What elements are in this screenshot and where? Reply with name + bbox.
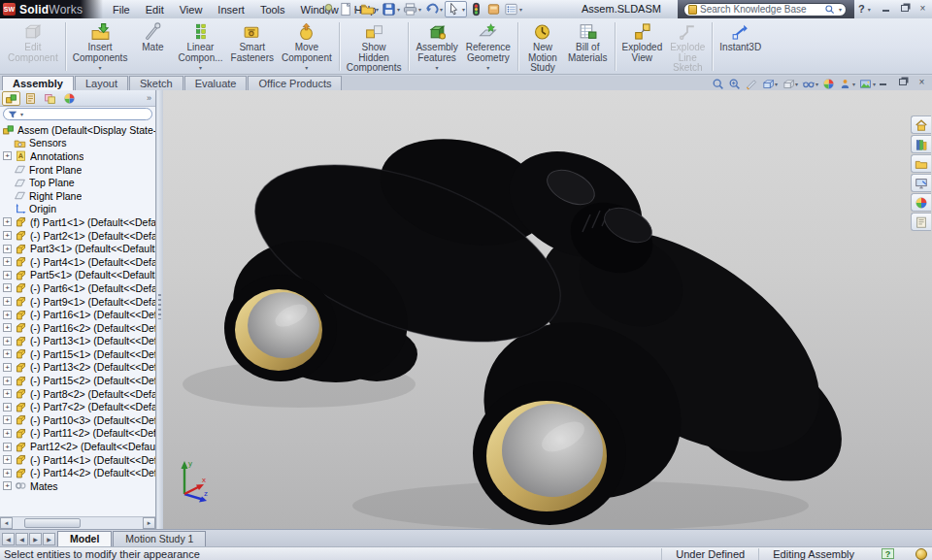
tab-layout[interactable]: Layout xyxy=(75,76,128,90)
ribbon-insert-components-button[interactable]: InsertComponents▾ xyxy=(69,20,132,73)
help-dropdown-caret[interactable]: ▾ xyxy=(868,6,871,13)
ribbon-linear-pattern-button[interactable]: LinearCompon...▾ xyxy=(174,20,226,73)
ribbon-instant3d-button[interactable]: Instant3D xyxy=(716,20,765,73)
save-dropdown-caret[interactable]: ▾ xyxy=(397,6,400,13)
scroll-right-arrow[interactable]: ▸ xyxy=(143,517,155,529)
tree-item[interactable]: +(-) Part14<1> (Default<<Defaul xyxy=(0,453,155,467)
print-dropdown-caret[interactable]: ▾ xyxy=(418,6,421,13)
gold-sphere-icon[interactable] xyxy=(915,548,927,560)
panel-tab-displaymanager[interactable] xyxy=(60,91,79,106)
taskpane-design-library[interactable] xyxy=(911,135,931,153)
binoculars-model[interactable] xyxy=(163,90,911,529)
quick-tips-icon[interactable]: ? xyxy=(882,548,894,559)
taskpane-appearances-scenes[interactable] xyxy=(911,193,931,212)
panel-tab-configurationmanager[interactable] xyxy=(41,91,59,106)
display-style-button[interactable]: ▾ xyxy=(782,78,798,90)
tree-expander[interactable]: + xyxy=(3,481,12,490)
rebuild-button[interactable] xyxy=(468,1,484,17)
tree-expander[interactable]: + xyxy=(3,443,12,451)
ribbon-assembly-features-button[interactable]: AssemblyFeatures▾ xyxy=(412,20,461,73)
section-view-button[interactable] xyxy=(745,78,757,90)
display-style-dropdown-caret[interactable]: ▾ xyxy=(795,81,798,87)
tree-item[interactable]: +(-) Part15<2> (Default<<Defaul xyxy=(0,374,155,387)
tree-expander[interactable]: + xyxy=(3,403,12,412)
menu-tools[interactable]: Tools xyxy=(252,3,293,16)
tree-item[interactable]: +Part3<1> (Default<<Default>_D xyxy=(0,242,155,255)
panel-tabs-overflow[interactable]: » xyxy=(147,93,153,103)
ribbon-exploded-view-button[interactable]: ExplodedView xyxy=(618,20,667,73)
tree-item[interactable]: +(-) Part8<2> (Default<<Default> xyxy=(0,387,155,401)
dock-tab-model[interactable]: Model xyxy=(57,531,112,546)
select-cursor-button[interactable]: ▾ xyxy=(445,1,467,17)
tree-item[interactable]: +(-) Part16<1> (Default<<Defaul xyxy=(0,308,155,321)
tab-evaluate[interactable]: Evaluate xyxy=(184,76,248,90)
tree-expander[interactable]: + xyxy=(3,311,12,319)
undo-button[interactable]: ▾ xyxy=(423,1,444,17)
doc-minimize-button[interactable] xyxy=(877,77,889,87)
view-orientation-dropdown-caret[interactable]: ▾ xyxy=(775,81,778,87)
tree-item[interactable]: +Mates xyxy=(0,479,155,493)
tree-expander[interactable]: + xyxy=(3,337,12,346)
new-doc-button[interactable]: ▾ xyxy=(338,1,358,17)
zoom-fit-button[interactable] xyxy=(712,78,724,90)
tree-item[interactable]: Right Plane xyxy=(0,189,155,203)
scene-dropdown-caret[interactable]: ▾ xyxy=(873,81,876,87)
save-button[interactable]: ▾ xyxy=(381,1,401,17)
ribbon-assembly-features-dropdown-caret[interactable]: ▾ xyxy=(436,64,439,71)
tree-item[interactable]: +(-) Part6<1> (Default<<Default> xyxy=(0,281,155,295)
view-orientation-button[interactable]: ▾ xyxy=(761,78,778,90)
tree-expander[interactable]: + xyxy=(3,271,12,280)
tree-item[interactable]: +(-) Part9<1> (Default<<Default> xyxy=(0,295,155,309)
tree-expander[interactable]: + xyxy=(3,429,12,438)
ribbon-mate-button[interactable]: Mate xyxy=(131,20,174,73)
tree-item[interactable]: +Part5<1> (Default<<Default>_D xyxy=(0,269,155,282)
dock-nav-0[interactable]: ◀ xyxy=(2,533,15,545)
tree-item[interactable]: Origin xyxy=(0,203,155,216)
appearances-dropdown-caret[interactable]: ▾ xyxy=(852,81,855,87)
tree-item[interactable]: Front Plane xyxy=(0,163,155,177)
tree-expander[interactable]: + xyxy=(3,257,12,266)
zoom-area-button[interactable] xyxy=(728,78,741,90)
tree-item[interactable]: +(-) Part16<2> (Default<<Defaul xyxy=(0,321,155,335)
appearances-button[interactable]: ▾ xyxy=(839,78,855,90)
tree-item[interactable]: +(-) Part4<1> (Default<<Default> xyxy=(0,255,155,269)
taskpane-view-palette[interactable] xyxy=(911,174,931,192)
hide-show-items-button[interactable]: ▾ xyxy=(802,78,818,90)
options-list-button[interactable]: ▾ xyxy=(503,1,523,17)
tree-expander[interactable]: + xyxy=(3,151,12,160)
search-icon[interactable] xyxy=(824,4,835,15)
panel-tab-propertymanager[interactable] xyxy=(21,91,40,106)
search-dropdown-caret[interactable]: ▾ xyxy=(839,6,842,13)
ribbon-move-component-button[interactable]: MoveComponent▾ xyxy=(278,20,336,73)
dock-nav-3[interactable]: ▶ xyxy=(43,533,55,545)
menu-edit[interactable]: Edit xyxy=(138,3,172,16)
tree-item[interactable]: +AAnnotations xyxy=(0,149,155,163)
tree-expander[interactable]: + xyxy=(3,469,12,478)
graphics-viewport[interactable]: y x z xyxy=(163,90,932,529)
help-icon[interactable]: ? xyxy=(858,3,865,15)
ribbon-reference-geometry-button[interactable]: ReferenceGeometry▾ xyxy=(462,20,515,73)
open-dropdown-caret[interactable]: ▾ xyxy=(376,6,379,13)
tree-item[interactable]: +(f) Part1<1> (Default<<Default> xyxy=(0,215,155,229)
tab-sketch[interactable]: Sketch xyxy=(129,76,183,90)
tree-expander[interactable]: + xyxy=(3,455,12,464)
dock-tab-motion-study-1[interactable]: Motion Study 1 xyxy=(113,531,206,546)
tree-filter-input[interactable]: ▾ xyxy=(3,108,152,120)
tree-expander[interactable]: + xyxy=(3,283,12,292)
tree-expander[interactable]: + xyxy=(3,377,12,385)
tree-item[interactable]: Assem (Default<Display State-1>) xyxy=(0,123,155,137)
dock-nav-1[interactable]: ◀ xyxy=(16,533,28,545)
menu-view[interactable]: View xyxy=(172,3,211,16)
restore-button[interactable] xyxy=(898,3,911,14)
ribbon-bill-of-materials-button[interactable]: Bill ofMaterials xyxy=(564,20,612,73)
ribbon-show-hidden-button[interactable]: ShowHiddenComponents xyxy=(343,20,406,73)
hide-show-items-dropdown-caret[interactable]: ▾ xyxy=(816,81,818,87)
tree-item[interactable]: +(-) Part13<1> (Default<<Defaul xyxy=(0,335,155,348)
menu-insert[interactable]: Insert xyxy=(210,3,252,16)
tab-office-products[interactable]: Office Products xyxy=(248,76,342,90)
tree-item[interactable]: Top Plane xyxy=(0,176,155,189)
ribbon-new-motion-study-button[interactable]: NewMotionStudy xyxy=(521,20,564,73)
appearance-sphere-button[interactable] xyxy=(822,78,835,90)
tab-assembly[interactable]: Assembly xyxy=(2,76,74,90)
menu-file[interactable]: File xyxy=(105,3,138,16)
